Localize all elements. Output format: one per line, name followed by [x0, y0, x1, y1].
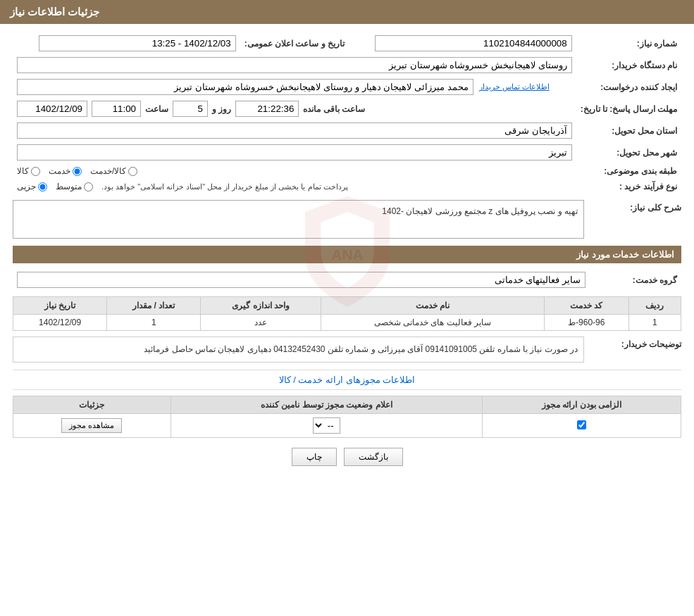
main-form-table: شماره نیاز: تاریخ و ساعت اعلان عمومی: نا…	[13, 32, 681, 194]
col-date: تاریخ نیاز	[13, 297, 107, 315]
remaining-time-input[interactable]	[235, 101, 299, 117]
days-input[interactable]	[173, 101, 208, 117]
city-label: شهر محل تحویل:	[576, 142, 681, 163]
province-input[interactable]	[17, 122, 572, 139]
col-unit: واحد اندازه گیری	[201, 297, 321, 315]
permissions-link-text: اطلاعات مجوزهای ارائه خدمت / کالا	[279, 375, 416, 385]
col-name: نام خدمت	[321, 297, 544, 315]
permissions-link[interactable]: اطلاعات مجوزهای ارائه خدمت / کالا	[13, 370, 681, 390]
service-info-section: اطلاعات خدمات مورد نیاز	[13, 246, 681, 263]
perm-col-details: جزئیات	[13, 396, 171, 414]
category-kala-khidmat[interactable]: کالا/خدمت	[90, 166, 137, 176]
back-button[interactable]: بازگشت	[344, 448, 403, 466]
buyer-name-label: نام دستگاه خریدار:	[576, 54, 681, 76]
perm-col-status: اعلام وضعیت مجوز توسط نامین کننده	[171, 396, 482, 414]
perm-required-cell	[482, 414, 681, 438]
view-permit-button[interactable]: مشاهده مجوز	[61, 418, 122, 433]
page-title: جزئیات اطلاعات نیاز	[10, 6, 99, 18]
service-info-label: اطلاعات خدمات مورد نیاز	[576, 249, 674, 260]
date-input[interactable]	[17, 101, 87, 117]
announce-date-label: تاریخ و ساعت اعلان عمومی:	[240, 32, 349, 54]
buyer-notes-text: در صورت نیاز با شماره تلفن 09141091005 آ…	[144, 344, 578, 354]
purchase-type-partial[interactable]: جزیی	[17, 182, 47, 191]
purchase-type-label: نوع فرآیند خرید :	[576, 179, 681, 194]
purchase-type-note: پرداخت تمام یا بخشی از مبلغ خریدار از مح…	[101, 182, 348, 191]
buyer-notes-label: توضیحات خریدار:	[590, 337, 681, 349]
reply-deadline-label: مهلت ارسال پاسخ: تا تاریخ:	[576, 98, 681, 120]
province-label: استان محل تحویل:	[576, 120, 681, 142]
perm-row: -- مشاهده مجوز	[13, 414, 681, 438]
category-kala[interactable]: کالا	[17, 166, 40, 176]
time-input[interactable]	[92, 101, 141, 117]
buyer-notes-box: در صورت نیاز با شماره تلفن 09141091005 آ…	[13, 337, 584, 363]
service-group-table: گروه خدمت:	[13, 269, 681, 291]
footer-buttons: بازگشت چاپ	[13, 438, 681, 476]
perm-status-cell: --	[171, 414, 482, 438]
purchase-type-medium[interactable]: متوسط	[56, 182, 93, 191]
need-number-label: شماره نیاز:	[576, 32, 681, 54]
buyer-name-input[interactable]	[17, 57, 572, 73]
service-group-input[interactable]	[17, 272, 585, 288]
col-row: ردیف	[628, 297, 681, 315]
requester-label: ایجاد کننده درخواست:	[576, 76, 681, 98]
days-label: روز و	[212, 104, 231, 114]
page-header: جزئیات اطلاعات نیاز	[0, 0, 694, 24]
need-number-input[interactable]	[375, 35, 572, 51]
requester-input[interactable]	[17, 79, 473, 95]
service-group-label: گروه خدمت:	[590, 269, 681, 291]
table-row: 1960-96-طسایر فعالیت های خدماتی شخصیعدد1…	[13, 315, 681, 331]
remaining-time-label: ساعت باقی مانده	[303, 104, 365, 114]
contact-link[interactable]: اطلاعات تماس خریدار	[479, 82, 550, 92]
announce-date-input[interactable]	[39, 35, 236, 51]
city-input[interactable]	[17, 144, 572, 161]
perm-details-cell: مشاهده مجوز	[13, 414, 171, 438]
permissions-table: الزامی بودن ارائه مجوز اعلام وضعیت مجوز …	[13, 396, 681, 438]
col-qty: تعداد / مقدار	[107, 297, 201, 315]
perm-status-select[interactable]: --	[313, 417, 340, 434]
description-box: تهیه و نصب پروفیل های z مجتمع ورزشی لاهی…	[13, 200, 584, 239]
services-table: ردیف کد خدمت نام خدمت واحد اندازه گیری ت…	[13, 296, 681, 331]
category-label: طبقه بندی موضوعی:	[576, 163, 681, 179]
perm-col-required: الزامی بودن ارائه مجوز	[482, 396, 681, 414]
print-button[interactable]: چاپ	[292, 448, 337, 466]
perm-required-checkbox[interactable]	[577, 420, 586, 429]
time-label: ساعت	[145, 104, 168, 114]
description-text: تهیه و نصب پروفیل های z مجتمع ورزشی لاهی…	[382, 206, 578, 216]
description-label: شرح کلی نیاز:	[590, 200, 681, 213]
col-code: کد خدمت	[544, 297, 628, 315]
category-khidmat[interactable]: خدمت	[49, 166, 82, 176]
